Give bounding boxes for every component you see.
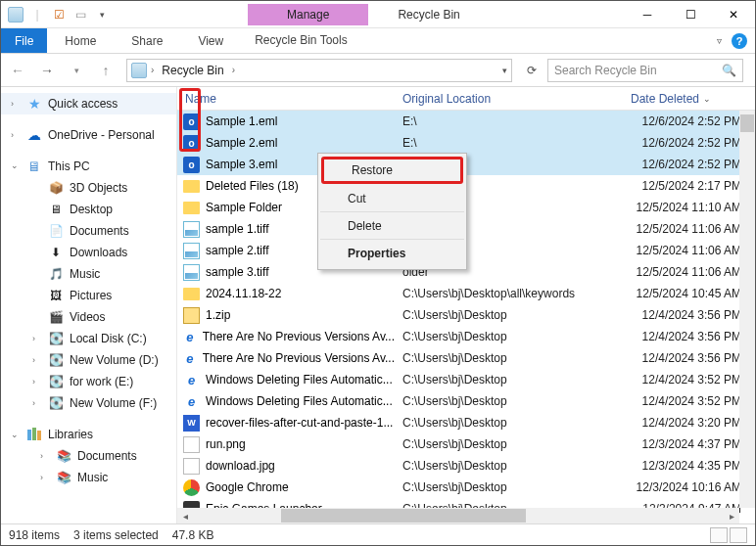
search-placeholder: Search Recycle Bin	[554, 64, 657, 77]
up-button[interactable]: ↑	[93, 58, 118, 83]
maximize-button[interactable]: ☐	[669, 1, 712, 28]
nav-lib-item[interactable]: ›📚Music	[1, 467, 176, 488]
file-location: C:\Users\bj\Desktop\all\keywords	[395, 287, 623, 300]
file-row[interactable]: 1.zipC:\Users\bj\Desktop12/4/2024 3:56 P…	[177, 304, 755, 326]
close-button[interactable]: ✕	[712, 1, 755, 28]
nav-onedrive[interactable]: › ☁ OneDrive - Personal	[1, 124, 176, 146]
libraries-icon	[26, 427, 42, 442]
nav-pc-item[interactable]: ›💽New Volume (F:)	[1, 392, 176, 414]
nav-pc-item[interactable]: ›💽Local Disk (C:)	[1, 328, 176, 349]
scrollbar-thumb[interactable]	[281, 509, 526, 523]
nav-pc-item[interactable]: 🎬Videos	[1, 306, 176, 328]
nav-pc-item[interactable]: ⬇Downloads	[1, 242, 176, 263]
file-tab[interactable]: File	[1, 28, 47, 53]
chevron-right-icon[interactable]: ›	[40, 451, 50, 461]
file-row[interactable]: download.jpgC:\Users\bj\Desktop12/3/2024…	[177, 455, 755, 477]
navigation-pane[interactable]: › ★ Quick access › ☁ OneDrive - Personal…	[1, 87, 177, 523]
file-date: 12/4/2024 3:52 PM	[623, 394, 755, 408]
chevron-right-icon[interactable]: ›	[11, 130, 21, 140]
nav-quick-access[interactable]: › ★ Quick access	[1, 93, 176, 114]
nav-pc-item[interactable]: 📦3D Objects	[1, 177, 176, 199]
context-menu-properties[interactable]: Properties	[320, 240, 464, 267]
refresh-button[interactable]: ⟳	[520, 59, 543, 82]
file-row[interactable]: eThere Are No Previous Versions Av...C:\…	[177, 326, 755, 347]
file-row[interactable]: Sample 2.emlE:\12/6/2024 2:52 PM	[177, 132, 755, 154]
address-dropdown-icon[interactable]: ▾	[502, 66, 507, 75]
file-row[interactable]: Sample 1.emlE:\12/6/2024 2:52 PM	[177, 111, 755, 132]
folder-icon: 💽	[48, 374, 64, 389]
nav-pc-item[interactable]: 🖥Desktop	[1, 199, 176, 220]
chevron-right-icon[interactable]: ›	[32, 334, 42, 343]
chevron-down-icon[interactable]: ⌄	[11, 430, 21, 439]
back-button[interactable]: ←	[5, 58, 30, 83]
scroll-right-icon[interactable]: ▸	[724, 508, 739, 523]
folder-icon	[183, 180, 200, 193]
recycle-bin-tools-tab[interactable]: Recycle Bin Tools	[241, 28, 361, 53]
vertical-scrollbar[interactable]	[739, 111, 755, 508]
file-date: 12/3/2024 4:37 PM	[623, 437, 755, 451]
file-name: Sample 3.eml	[206, 158, 277, 171]
column-name[interactable]: Name	[177, 87, 395, 110]
view-tab[interactable]: View	[180, 28, 241, 53]
qat-properties-icon[interactable]: ☑	[50, 6, 68, 23]
nav-pc-item[interactable]: ›💽for work (E:)	[1, 371, 176, 392]
breadcrumb-icon	[131, 63, 147, 78]
nav-label: This PC	[48, 159, 90, 173]
chevron-right-icon[interactable]: ›	[32, 398, 42, 408]
file-row[interactable]: eWindows Deleting Files Automatic...C:\U…	[177, 390, 755, 412]
file-row[interactable]: eThere Are No Previous Versions Av...C:\…	[177, 347, 755, 369]
nav-lib-item[interactable]: ›📚Documents	[1, 445, 176, 467]
file-row[interactable]: run.pngC:\Users\bj\Desktop12/3/2024 4:37…	[177, 433, 755, 455]
horizontal-scrollbar[interactable]: ◂ ▸	[177, 508, 739, 523]
breadcrumb-sep-icon[interactable]: ›	[151, 65, 154, 75]
nav-this-pc[interactable]: ⌄ 🖥 This PC	[1, 156, 176, 177]
minimize-button[interactable]: ─	[626, 1, 669, 28]
context-menu-restore[interactable]: Restore	[321, 157, 463, 184]
chevron-right-icon[interactable]: ›	[32, 377, 42, 387]
nav-label: Downloads	[70, 246, 127, 259]
scrollbar-thumb[interactable]	[740, 114, 754, 132]
chevron-right-icon[interactable]: ›	[32, 355, 42, 365]
expand-ribbon-icon[interactable]: ▿	[717, 35, 722, 46]
view-details-icon[interactable]	[710, 527, 728, 543]
file-list-area[interactable]: Name Original Location Date Deleted⌄ Sam…	[177, 87, 755, 523]
chevron-right-icon[interactable]: ›	[40, 473, 50, 482]
file-row[interactable]: Google ChromeC:\Users\bj\Desktop12/3/202…	[177, 477, 755, 498]
nav-label: Documents	[77, 449, 137, 463]
nav-libraries[interactable]: ⌄ Libraries	[1, 424, 176, 445]
context-menu-cut[interactable]: Cut	[320, 185, 464, 212]
file-location: C:\Users\bj\Desktop	[395, 351, 623, 365]
share-tab[interactable]: Share	[114, 28, 180, 53]
home-tab[interactable]: Home	[47, 28, 114, 53]
breadcrumb-sep-icon[interactable]: ›	[232, 65, 235, 75]
file-row[interactable]: 2024.11.18-22C:\Users\bj\Desktop\all\key…	[177, 283, 755, 304]
nav-pc-item[interactable]: 🖼Pictures	[1, 285, 176, 306]
file-row[interactable]: eWindows Deleting Files Automatic...C:\U…	[177, 369, 755, 390]
nav-label: Music	[70, 267, 100, 281]
chevron-down-icon[interactable]: ⌄	[11, 160, 21, 170]
context-menu-delete[interactable]: Delete	[320, 212, 464, 240]
status-size: 47.8 KB	[172, 528, 214, 542]
view-thumbnails-icon[interactable]	[730, 527, 747, 543]
nav-label: New Volume (D:)	[70, 353, 159, 367]
file-row[interactable]: Wrecover-files-after-cut-and-paste-1...C…	[177, 412, 755, 433]
qat-dropdown-icon[interactable]: ▾	[93, 6, 111, 23]
nav-pc-item[interactable]: 🎵Music	[1, 263, 176, 285]
contextual-tab-manage[interactable]: Manage	[248, 4, 368, 25]
help-icon[interactable]: ?	[732, 33, 747, 49]
file-date: 12/3/2024 4:35 PM	[623, 459, 755, 473]
column-original-location[interactable]: Original Location	[395, 87, 623, 110]
search-input[interactable]: Search Recycle Bin 🔍	[547, 59, 743, 82]
recent-dropdown[interactable]: ▾	[64, 58, 89, 83]
chevron-right-icon[interactable]: ›	[11, 99, 21, 109]
qat-delete-icon[interactable]: ▭	[71, 6, 89, 23]
forward-button[interactable]: →	[34, 58, 60, 83]
pc-icon: 🖥	[26, 159, 42, 174]
address-bar[interactable]: › Recycle Bin › ▾	[126, 59, 512, 82]
breadcrumb-location[interactable]: Recycle Bin	[158, 62, 227, 79]
nav-pc-item[interactable]: ›💽New Volume (D:)	[1, 349, 176, 371]
nav-pc-item[interactable]: 📄Documents	[1, 220, 176, 242]
scroll-left-icon[interactable]: ◂	[177, 508, 193, 523]
column-date-deleted[interactable]: Date Deleted⌄	[623, 87, 755, 110]
folder-icon: 🎵	[48, 266, 64, 282]
